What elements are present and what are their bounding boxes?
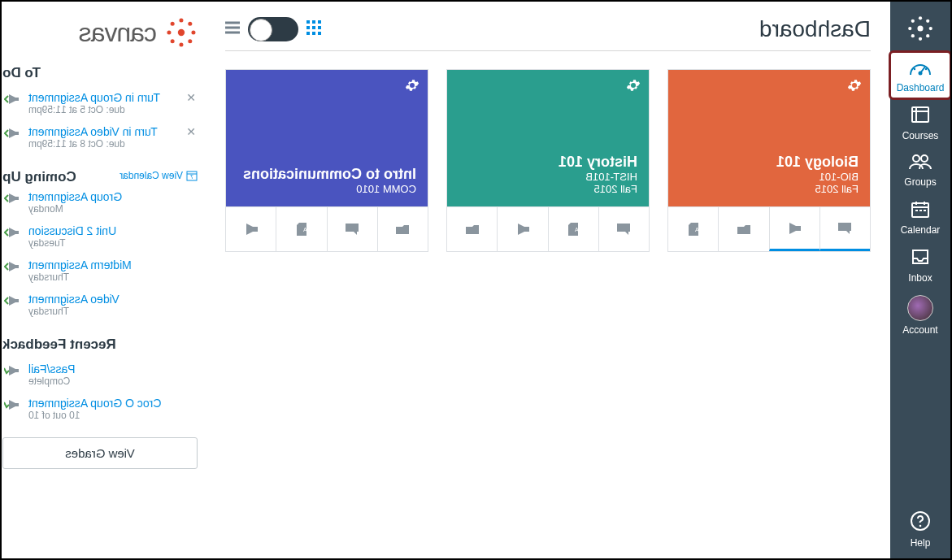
coming-up-item: Group Assignment Monday [2,185,198,219]
canvas-logo-icon [906,15,934,42]
nav-groups[interactable]: Groups [890,146,950,193]
coming-up-link[interactable]: Video Assignment [28,293,178,306]
svg-point-17 [921,155,928,162]
nav-label: Calendar [901,224,941,236]
assignment-icon [2,93,22,108]
assignments-icon[interactable]: A [276,207,326,251]
todo-link[interactable]: Turn in Video Assignment [28,125,178,138]
nav-help[interactable]: Help [890,504,950,553]
gear-icon[interactable] [405,78,419,96]
coming-up-link[interactable]: Group Assignment [28,190,178,203]
feedback-link[interactable]: Croc O Group Assignment [28,397,178,410]
dashboard-content: Dashboard Biology 101 BIO-101 [206,2,890,558]
announcements-icon[interactable] [497,207,547,251]
list-view-icon[interactable] [225,21,240,37]
coming-up-item: Video Assignment Thursday [2,288,198,322]
feedback-item: Pass/Fail Complete [2,358,198,392]
view-calendar-link[interactable]: 7 View Calendar [120,170,198,181]
discussions-icon[interactable] [327,207,377,251]
grid-view-icon[interactable] [306,20,321,38]
gear-icon[interactable] [847,78,862,96]
svg-point-43 [180,19,184,23]
dashboard-icon [909,59,932,79]
coming-up-meta: Monday [28,203,178,215]
check-icon [2,398,22,414]
svg-point-0 [917,25,923,31]
help-icon [910,510,931,534]
nav-inbox[interactable]: Inbox [890,241,950,289]
course-code: BIO-101 [680,171,859,183]
course-card-biology[interactable]: Biology 101 BIO-101 2015 Fall A [667,69,871,252]
gear-icon[interactable] [626,78,641,96]
svg-rect-22 [915,210,918,211]
coming-up-meta: Thursday [28,271,178,283]
coming-up-meta: Thursday [28,306,178,317]
announcements-icon[interactable] [769,207,819,251]
assignment-icon [2,260,22,276]
files-icon[interactable] [377,207,428,251]
nav-courses[interactable]: Courses [890,98,950,146]
nav-label: Help [911,537,931,549]
assignment-icon [2,127,22,142]
svg-rect-24 [924,210,926,211]
todo-item: ✕ Turn in Group Assignment due: Oct 5 at… [2,86,198,120]
calendar-icon: 7 [186,170,198,181]
coming-up-link[interactable]: Unit 2 Discussion [28,224,178,237]
course-cards-container: Biology 101 BIO-101 2015 Fall A Hi [225,69,871,252]
course-card-tabs: A [447,206,649,251]
course-code: HIST-101B [459,171,637,183]
close-icon[interactable]: ✕ [185,125,198,138]
calendar-icon [910,199,931,221]
svg-point-8 [926,34,929,37]
svg-point-49 [188,39,192,43]
coming-up-link[interactable]: Midterm Assignment [28,258,178,271]
svg-rect-30 [306,26,310,29]
svg-text:7: 7 [190,174,193,180]
coming-up-heading: Coming Up [2,169,76,185]
todo-due: due: Oct 5 at 11:59pm [28,104,178,115]
discussions-icon[interactable] [819,207,870,251]
course-card-tabs: A [226,206,428,251]
svg-point-26 [919,525,922,527]
dashboard-view-toggle[interactable] [248,17,298,41]
course-card-history[interactable]: History 101 HIST-101B 2015 Fall A [446,69,650,252]
dashboard-header: Dashboard [225,16,871,51]
courses-icon [910,105,931,127]
svg-point-47 [188,22,192,26]
view-toggle [225,17,321,41]
svg-point-7 [911,34,915,37]
svg-point-45 [192,31,196,35]
course-term: 2015 Fall [680,183,859,195]
svg-point-16 [913,155,919,162]
todo-link[interactable]: Turn in Group Assignment [28,91,178,104]
nav-label: Courses [902,130,939,141]
files-icon[interactable] [718,207,768,251]
nav-label: Dashboard [897,82,945,93]
feedback-meta: 10 out of 10 [28,410,178,421]
svg-point-42 [178,29,185,36]
svg-rect-32 [318,26,321,29]
brand: canvas [2,16,198,49]
svg-point-46 [167,31,172,35]
nav-calendar[interactable]: Calendar [890,193,950,241]
assignments-icon[interactable]: A [548,207,598,251]
announcements-icon[interactable] [226,207,276,251]
todo-item: ✕ Turn in Video Assignment due: Oct 8 at… [2,120,198,154]
discussions-icon[interactable] [598,207,649,251]
account-avatar [907,295,933,321]
files-icon[interactable] [447,207,497,251]
todo-list: ✕ Turn in Group Assignment due: Oct 5 at… [2,86,198,154]
course-card-header: History 101 HIST-101B 2015 Fall [447,70,649,206]
nav-account[interactable]: Account [890,289,950,341]
view-grades-button[interactable]: View Grades [2,437,198,469]
svg-rect-27 [306,20,310,24]
groups-icon [908,153,932,173]
svg-rect-28 [312,20,315,24]
feedback-link[interactable]: Pass/Fail [28,362,178,376]
nav-dashboard[interactable]: Dashboard [890,52,950,98]
assignments-icon[interactable]: A [668,207,718,251]
right-sidebar: canvas To Do ✕ Turn in Group Assignment … [0,2,206,558]
close-icon[interactable]: ✕ [185,91,198,104]
page-title: Dashboard [759,16,871,42]
course-card-communications[interactable]: Intro to Communications COMM 1010 A [225,69,428,252]
